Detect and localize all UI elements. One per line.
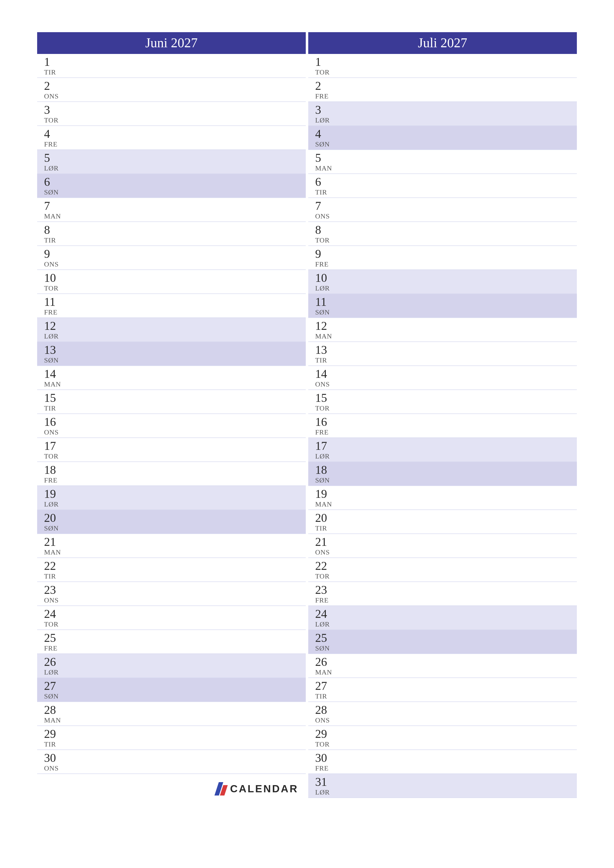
day-row: 26MAN xyxy=(308,654,577,678)
day-number: 20 xyxy=(315,512,577,524)
day-number: 29 xyxy=(315,728,577,740)
day-row: 23FRE xyxy=(308,582,577,606)
day-row: 29TOR xyxy=(308,726,577,750)
day-row: 14ONS xyxy=(308,366,577,390)
day-row: 10LØR xyxy=(308,270,577,294)
day-number: 11 xyxy=(315,296,577,308)
day-name: SØN xyxy=(44,356,306,364)
day-number: 23 xyxy=(315,584,577,596)
day-name: LØR xyxy=(44,332,306,340)
day-number: 7 xyxy=(44,200,306,212)
day-number: 18 xyxy=(44,464,306,476)
day-number: 17 xyxy=(315,440,577,452)
day-row: 25SØN xyxy=(308,630,577,654)
day-number: 12 xyxy=(315,320,577,332)
day-number: 27 xyxy=(44,680,306,692)
day-row: 11FRE xyxy=(37,294,306,318)
day-name: TOR xyxy=(315,740,577,748)
day-name: LØR xyxy=(315,452,577,460)
day-name: SØN xyxy=(315,140,577,148)
day-row: 30FRE xyxy=(308,750,577,774)
day-number: 2 xyxy=(315,80,577,92)
day-name: MAN xyxy=(44,716,306,724)
day-number: 24 xyxy=(44,608,306,620)
day-row: 26LØR xyxy=(37,654,306,678)
day-number: 6 xyxy=(315,176,577,188)
day-number: 30 xyxy=(315,752,577,764)
day-name: MAN xyxy=(44,380,306,388)
day-number: 22 xyxy=(44,560,306,572)
day-name: TOR xyxy=(44,284,306,292)
day-number: 14 xyxy=(44,368,306,380)
day-name: TIR xyxy=(315,524,577,532)
month-header: Juni 2027 xyxy=(37,32,306,54)
day-row: 8TOR xyxy=(308,222,577,246)
day-name: ONS xyxy=(44,260,306,268)
days-list-june: 1TIR2ONS3TOR4FRE5LØR6SØN7MAN8TIR9ONS10TO… xyxy=(37,54,306,774)
day-name: ONS xyxy=(44,596,306,604)
day-name: TOR xyxy=(44,452,306,460)
day-row: 28MAN xyxy=(37,702,306,726)
day-row: 15TOR xyxy=(308,390,577,414)
day-number: 28 xyxy=(44,704,306,716)
day-row: 13SØN xyxy=(37,342,306,366)
day-number: 28 xyxy=(315,704,577,716)
day-name: LØR xyxy=(315,620,577,628)
day-number: 25 xyxy=(44,632,306,644)
day-row: 4SØN xyxy=(308,126,577,150)
day-row: 1TIR xyxy=(37,54,306,78)
day-number: 10 xyxy=(44,272,306,284)
day-name: LØR xyxy=(315,284,577,292)
day-number: 5 xyxy=(44,152,306,164)
day-row: 5LØR xyxy=(37,150,306,174)
day-name: LØR xyxy=(44,500,306,508)
day-row: 30ONS xyxy=(37,750,306,774)
day-name: FRE xyxy=(44,308,306,316)
day-name: ONS xyxy=(44,764,306,772)
month-column-june: Juni 2027 1TIR2ONS3TOR4FRE5LØR6SØN7MAN8T… xyxy=(37,32,306,798)
day-row: 27TIR xyxy=(308,678,577,702)
day-name: MAN xyxy=(315,500,577,508)
day-row: 18FRE xyxy=(37,462,306,486)
day-row: 14MAN xyxy=(37,366,306,390)
day-name: MAN xyxy=(315,668,577,676)
day-row: 28ONS xyxy=(308,702,577,726)
day-name: MAN xyxy=(315,332,577,340)
day-name: TOR xyxy=(315,404,577,412)
day-number: 21 xyxy=(44,536,306,548)
day-number: 14 xyxy=(315,368,577,380)
day-name: TIR xyxy=(44,68,306,76)
day-number: 24 xyxy=(315,608,577,620)
day-number: 26 xyxy=(315,656,577,668)
day-row: 24LØR xyxy=(308,606,577,630)
day-number: 23 xyxy=(44,584,306,596)
day-number: 19 xyxy=(44,488,306,500)
day-number: 21 xyxy=(315,536,577,548)
day-name: ONS xyxy=(315,716,577,724)
day-name: ONS xyxy=(315,548,577,556)
day-row: 19MAN xyxy=(308,486,577,510)
day-row: 1TOR xyxy=(308,54,577,78)
day-name: ONS xyxy=(44,428,306,436)
day-row: 22TIR xyxy=(37,558,306,582)
day-name: FRE xyxy=(315,92,577,100)
day-name: LØR xyxy=(315,116,577,124)
day-row: 8TIR xyxy=(37,222,306,246)
day-name: MAN xyxy=(44,548,306,556)
day-number: 6 xyxy=(44,176,306,188)
day-number: 31 xyxy=(315,776,577,788)
day-number: 18 xyxy=(315,464,577,476)
day-number: 10 xyxy=(315,272,577,284)
day-row: 11SØN xyxy=(308,294,577,318)
day-number: 26 xyxy=(44,656,306,668)
day-number: 4 xyxy=(315,128,577,140)
day-name: TIR xyxy=(44,740,306,748)
day-name: TIR xyxy=(44,572,306,580)
day-row: 3TOR xyxy=(37,102,306,126)
day-name: SØN xyxy=(315,308,577,316)
day-name: SØN xyxy=(315,476,577,484)
day-row: 23ONS xyxy=(37,582,306,606)
day-number: 3 xyxy=(44,104,306,116)
day-row: 29TIR xyxy=(37,726,306,750)
day-number: 3 xyxy=(315,104,577,116)
